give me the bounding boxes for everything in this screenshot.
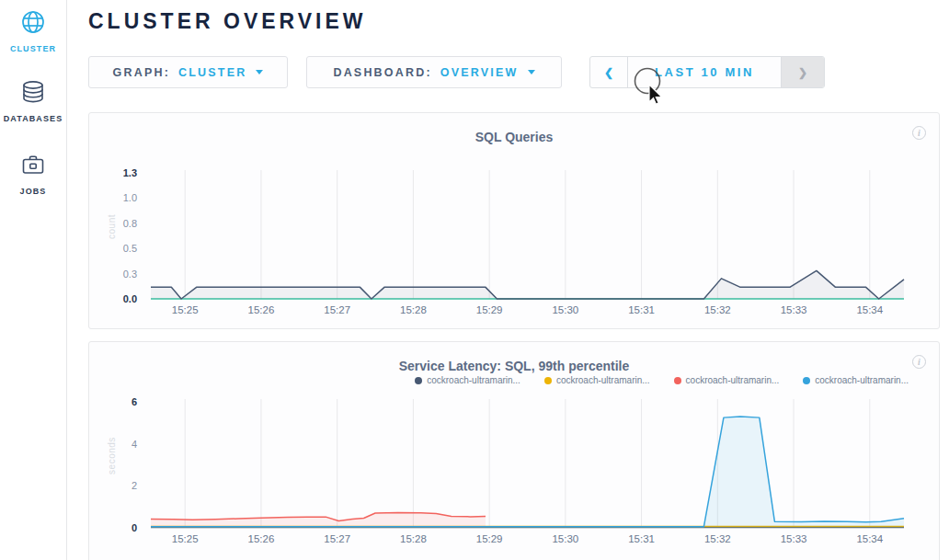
legend-item[interactable]: cockroach-ultramarin... <box>803 375 909 385</box>
sql-queries-plot[interactable] <box>143 170 934 306</box>
sidebar-item-label: JOBS <box>0 187 66 196</box>
x-tick-label: 15:32 <box>692 304 743 315</box>
legend-label: cockroach-ultramarin... <box>556 375 650 385</box>
dashboard-dropdown-value: OVERVIEW <box>440 66 519 79</box>
info-icon[interactable]: i <box>912 126 926 140</box>
legend-dot-icon <box>415 377 422 384</box>
x-tick-label: 15:32 <box>692 533 743 544</box>
x-tick-label: 15:33 <box>768 533 819 544</box>
legend-label: cockroach-ultramarin... <box>686 375 780 385</box>
chevron-right-icon: ❯ <box>798 66 807 79</box>
legend-dot-icon <box>544 377 552 384</box>
y-tick-label: 0.0 <box>95 292 137 305</box>
dashboard-dropdown[interactable]: DASHBOARD: OVERVIEW <box>306 56 562 88</box>
legend-dot-icon <box>803 377 810 384</box>
legend-label: cockroach-ultramarin... <box>815 375 909 385</box>
chart-card-service-latency: Service Latency: SQL, 99th percentile i … <box>88 341 940 560</box>
x-tick-label: 15:26 <box>235 304 287 315</box>
dashboard-dropdown-label: DASHBOARD: <box>333 66 431 79</box>
legend-item[interactable]: cockroach-ultramarin... <box>544 375 650 385</box>
y-tick-label: 4 <box>95 438 137 451</box>
y-tick-label: 0 <box>95 521 137 534</box>
x-tick-label: 15:33 <box>768 304 819 315</box>
briefcase-icon <box>20 152 46 181</box>
x-tick-label: 15:26 <box>235 533 287 544</box>
legend-item[interactable]: cockroach-ultramarin... <box>415 375 520 385</box>
info-icon[interactable]: i <box>912 355 926 369</box>
time-range-value[interactable]: LAST 10 MIN <box>628 57 781 87</box>
x-tick-label: 15:34 <box>844 304 896 315</box>
series-area-node-4-latency <box>151 417 904 528</box>
sidebar-item-cluster[interactable]: CLUSTER <box>0 9 66 53</box>
graph-dropdown-value: CLUSTER <box>178 66 246 79</box>
y-tick-label: 1.0 <box>95 191 137 204</box>
series-area-sql-queries <box>151 270 904 299</box>
x-tick-label: 15:34 <box>844 533 896 544</box>
legend-label: cockroach-ultramarin... <box>427 375 520 385</box>
service-latency-plot[interactable] <box>143 399 934 535</box>
y-tick-label: 6 <box>95 395 137 408</box>
time-range-prev-button[interactable]: ❮ <box>590 57 628 87</box>
y-tick-label: 0.8 <box>95 217 137 230</box>
chart-card-sql-queries: SQL Queries i count 1.31.00.80.50.30.0 1… <box>88 112 940 329</box>
x-tick-label: 15:27 <box>312 304 363 315</box>
x-tick-label: 15:30 <box>540 304 591 315</box>
chevron-down-icon <box>256 70 263 74</box>
x-tick-label: 15:27 <box>312 533 363 544</box>
time-range-selector: ❮ LAST 10 MIN ❯ <box>589 56 825 88</box>
y-tick-label: 1.3 <box>95 166 137 179</box>
legend-dot-icon <box>674 377 681 384</box>
x-tick-label: 15:29 <box>463 533 515 544</box>
sidebar: CLUSTER DATABASES JOBS <box>0 0 67 560</box>
chevron-left-icon: ❮ <box>604 66 613 79</box>
app-window: CLUSTER DATABASES JOBS <box>0 0 949 560</box>
sidebar-item-label: DATABASES <box>0 114 66 123</box>
sidebar-item-databases[interactable]: DATABASES <box>0 79 66 123</box>
chart-title: Service Latency: SQL, 99th percentile <box>89 359 939 373</box>
x-tick-label: 15:28 <box>387 304 439 315</box>
x-tick-label: 15:31 <box>616 304 668 315</box>
x-tick-label: 15:28 <box>387 533 439 544</box>
sidebar-item-jobs[interactable]: JOBS <box>0 152 66 196</box>
chart-legend: cockroach-ultramarin...cockroach-ultrama… <box>415 375 909 385</box>
legend-item[interactable]: cockroach-ultramarin... <box>674 375 780 385</box>
y-tick-label: 2 <box>95 479 137 492</box>
x-tick-label: 15:25 <box>159 533 211 544</box>
time-range-next-button[interactable]: ❯ <box>781 57 824 87</box>
page-title: CLUSTER OVERVIEW <box>88 9 367 34</box>
y-tick-label: 0.5 <box>95 242 137 255</box>
graph-dropdown-label: GRAPH: <box>113 66 171 79</box>
globe-icon <box>20 9 46 39</box>
x-tick-label: 15:25 <box>159 304 211 315</box>
x-tick-label: 15:31 <box>616 533 668 544</box>
x-tick-label: 15:30 <box>540 533 591 544</box>
sidebar-item-label: CLUSTER <box>0 44 66 53</box>
database-icon <box>20 79 46 109</box>
graph-dropdown[interactable]: GRAPH: CLUSTER <box>88 56 288 88</box>
series-line-node-4-latency <box>151 417 904 527</box>
x-tick-label: 15:29 <box>463 304 515 315</box>
chevron-down-icon <box>528 70 535 74</box>
y-tick-label: 0.3 <box>95 268 137 280</box>
chart-title: SQL Queries <box>89 130 939 144</box>
